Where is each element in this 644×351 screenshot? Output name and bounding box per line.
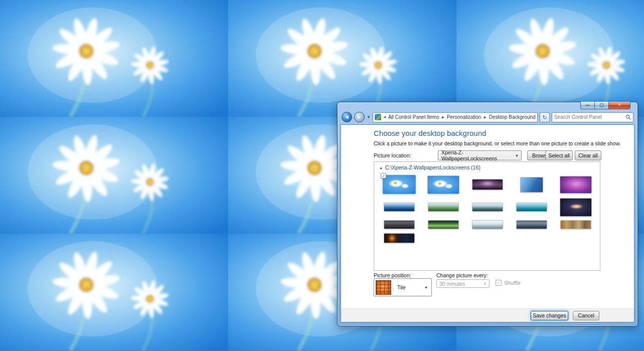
- picture-location-dropdown[interactable]: Xperia-Z-WallpapersLockscreens ▼: [438, 150, 522, 160]
- breadcrumb-separator-icon: ▶: [441, 115, 445, 119]
- chevron-down-icon: ▼: [422, 286, 430, 289]
- wallpaper-thumbnail-space-dawn-panorama[interactable]: [384, 233, 415, 243]
- wallpaper-thumbnail-andromeda-galaxy[interactable]: [560, 198, 592, 217]
- shuffle-checkbox: ✓: [496, 280, 502, 286]
- wallpaper-thumbnail-dark-peaks-panorama[interactable]: [516, 220, 547, 229]
- wallpaper-thumbnail-blue-waves-abstract[interactable]: [520, 177, 543, 193]
- breadcrumb-item-personalization[interactable]: Personalization: [447, 114, 481, 120]
- caption-buttons: — ▢ ✕: [580, 102, 630, 109]
- change-picture-label: Change picture every:: [436, 272, 488, 278]
- close-button[interactable]: ✕: [608, 102, 630, 109]
- search-box[interactable]: [552, 112, 633, 122]
- search-input[interactable]: [554, 114, 625, 120]
- picture-location-value: Xperia-Z-WallpapersLockscreens: [441, 149, 513, 161]
- wallpaper-thumbnail-tropical-lagoon-panorama[interactable]: [516, 203, 547, 212]
- refresh-button[interactable]: ↻: [540, 112, 550, 122]
- search-icon: [625, 114, 631, 120]
- folder-group-header[interactable]: ▲ C:\Xperia-Z-WallpapersLockscreens (16): [374, 162, 600, 171]
- address-bar[interactable]: ◄ All Control Panel Items ▶ Personalizat…: [373, 112, 538, 122]
- breadcrumb-item-desktop-background[interactable]: Desktop Background: [489, 114, 536, 120]
- desktop-background-window: — ▢ ✕ ◄ ► ▼ ◄ All Control Panel Items ▶ …: [337, 102, 638, 326]
- wallpaper-thumbnail-night-city-panorama[interactable]: [384, 220, 415, 229]
- shuffle-option: ✓ Shuffle: [496, 280, 521, 286]
- navigation-bar: ◄ ► ▼ ◄ All Control Panel Items ▶ Person…: [341, 111, 634, 124]
- wallpaper-thumbnail-purple-stage-panorama[interactable]: [472, 179, 503, 190]
- page-title: Choose your desktop background: [374, 129, 486, 137]
- wallpaper-thumbnail-daisy-blue-1[interactable]: ✓: [383, 175, 416, 194]
- collapse-arrow-icon[interactable]: ▲: [379, 166, 383, 169]
- maximize-button[interactable]: ▢: [595, 102, 608, 109]
- control-panel-icon: [375, 114, 381, 120]
- back-button[interactable]: ◄: [342, 112, 352, 122]
- breadcrumb-separator-icon: ▶: [482, 115, 487, 119]
- breadcrumb-item-all-control-panel-items[interactable]: All Control Panel Items: [388, 114, 439, 120]
- save-changes-button[interactable]: Save changes: [531, 311, 568, 320]
- history-dropdown-icon[interactable]: ▼: [367, 115, 371, 119]
- selected-checkbox[interactable]: ✓: [381, 173, 386, 179]
- picture-position-dropdown[interactable]: Tile ▼: [374, 278, 432, 296]
- change-picture-dropdown: 30 minutes ▼: [436, 279, 490, 288]
- chevron-down-icon: ▼: [480, 282, 489, 285]
- wallpaper-thumbnail-daisy-blue-2[interactable]: [427, 176, 459, 194]
- page-subtitle: Click a picture to make it your desktop …: [374, 140, 621, 146]
- folder-path-label: C:\Xperia-Z-WallpapersLockscreens (16): [385, 164, 480, 170]
- thumbnail-grid: ✓: [374, 171, 600, 245]
- breadcrumb-overflow-chevron[interactable]: ◄: [383, 115, 387, 119]
- wallpaper-thumbnail-pink-galaxy[interactable]: [560, 176, 592, 194]
- cancel-button[interactable]: Cancel: [573, 311, 599, 320]
- change-picture-value: 30 minutes: [439, 281, 465, 287]
- window-titlebar[interactable]: — ▢ ✕: [341, 102, 634, 111]
- picture-position-value: Tile: [391, 284, 406, 290]
- forward-button[interactable]: ►: [354, 112, 365, 122]
- wallpaper-list[interactable]: ▲ C:\Xperia-Z-WallpapersLockscreens (16)…: [374, 161, 600, 271]
- wallpaper-thumbnail-lake-mountains-panorama[interactable]: [472, 203, 503, 212]
- shuffle-label: Shuffle: [504, 280, 521, 286]
- picture-position-label: Picture position:: [374, 272, 411, 278]
- wallpaper-thumbnail-ocean-panorama[interactable]: [384, 203, 415, 212]
- tile-pattern-icon: [376, 280, 391, 295]
- wallpaper-thumbnail-green-valley-panorama[interactable]: [428, 203, 459, 212]
- picture-location-label: Picture location:: [374, 152, 411, 158]
- clear-all-button[interactable]: Clear all: [575, 150, 601, 160]
- select-all-button[interactable]: Select all: [545, 150, 573, 160]
- window-content: Choose your desktop background Click a p…: [341, 124, 634, 308]
- minimize-button[interactable]: —: [580, 102, 595, 109]
- wallpaper-thumbnail-aurora-green-panorama[interactable]: [428, 220, 459, 229]
- window-footer: Save changes Cancel: [341, 308, 634, 322]
- wallpaper-thumbnail-autumn-forest-panorama[interactable]: [560, 220, 591, 229]
- chevron-down-icon: ▼: [513, 154, 521, 157]
- wallpaper-thumbnail-misty-mountains-panorama[interactable]: [472, 220, 503, 229]
